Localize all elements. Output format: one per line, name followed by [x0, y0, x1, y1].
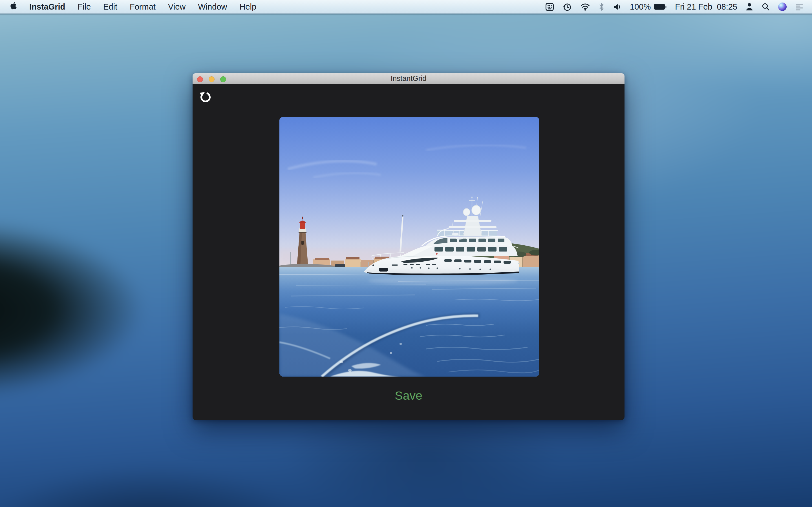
yacht-photo-illustration	[280, 117, 539, 377]
time-machine-icon	[562, 2, 572, 11]
close-button[interactable]	[197, 76, 203, 82]
battery-menu[interactable]: 100%	[630, 2, 666, 11]
time-text: 08:25	[717, 2, 737, 11]
menu-view[interactable]: View	[168, 2, 186, 11]
menu-format[interactable]: Format	[130, 2, 156, 11]
undo-button[interactable]	[199, 90, 211, 103]
user-icon	[746, 3, 753, 11]
wifi-icon	[580, 3, 590, 11]
menu-bar-shadow	[0, 13, 812, 15]
notification-list-icon	[795, 3, 804, 10]
yacht-photo	[280, 117, 539, 377]
siri-menu[interactable]	[778, 3, 786, 11]
volume-icon	[613, 3, 621, 11]
apple-icon	[10, 2, 17, 10]
save-button[interactable]: Save	[193, 389, 624, 402]
instantgrid-window: InstantGrid	[193, 73, 624, 420]
window-content: Save	[193, 84, 624, 420]
apple-menu[interactable]	[10, 2, 17, 12]
window-titlebar[interactable]: InstantGrid	[193, 73, 624, 84]
spotlight-menu[interactable]	[762, 3, 770, 11]
app-menu-instagrid[interactable]: InstaGrid	[29, 2, 65, 11]
menu-bar: InstaGrid File Edit Format View Window H…	[0, 0, 812, 13]
siri-icon	[778, 3, 786, 11]
rotate-left-icon	[199, 90, 211, 103]
menu-bar-left: InstaGrid File Edit Format View Window H…	[10, 2, 256, 12]
menu-window[interactable]: Window	[198, 2, 227, 11]
volume-menu[interactable]	[613, 3, 621, 11]
zoom-button[interactable]	[220, 76, 226, 82]
wifi-menu[interactable]	[580, 3, 590, 11]
battery-icon	[654, 3, 666, 11]
date-text: Fri 21 Feb	[675, 2, 712, 11]
keyboard-viewer-icon	[545, 3, 554, 11]
menu-edit[interactable]: Edit	[103, 2, 117, 11]
menu-help[interactable]: Help	[239, 2, 256, 11]
search-icon	[762, 3, 770, 11]
clock-menu[interactable]: Fri 21 Feb 08:25	[675, 2, 737, 11]
window-controls	[197, 76, 226, 82]
bluetooth-menu[interactable]	[599, 3, 605, 11]
notification-center-menu[interactable]	[795, 3, 804, 10]
window-title: InstantGrid	[391, 74, 426, 83]
menu-file[interactable]: File	[78, 2, 91, 11]
keyboard-viewer-menu[interactable]	[545, 3, 554, 11]
minimize-button[interactable]	[209, 76, 214, 82]
bluetooth-icon	[599, 3, 605, 11]
battery-percent: 100%	[630, 2, 651, 11]
user-menu[interactable]	[746, 3, 753, 11]
time-machine-menu[interactable]	[562, 2, 572, 11]
menu-bar-status: 100% Fri 21 Feb 08:25	[545, 2, 804, 11]
